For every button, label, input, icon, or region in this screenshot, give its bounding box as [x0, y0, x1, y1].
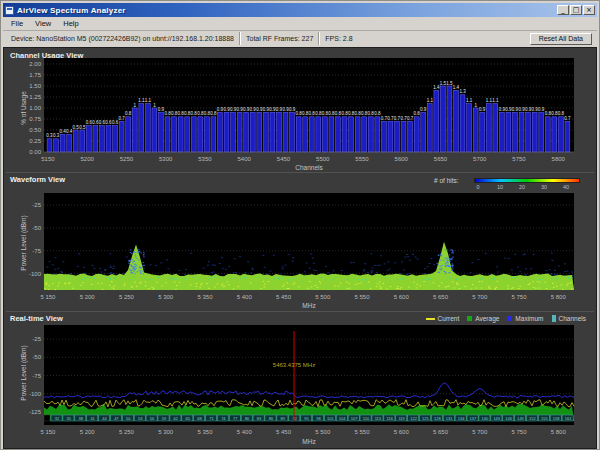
x-tick-label: 5350 [198, 156, 212, 162]
usage-bar [218, 112, 223, 152]
minimize-button[interactable]: _ [557, 5, 569, 15]
app-icon [5, 6, 14, 15]
noise-dot [70, 273, 72, 274]
menu-item-help[interactable]: Help [57, 18, 84, 29]
y-tick-label: -50 [32, 354, 41, 360]
noise-dot [101, 272, 103, 273]
peak-spray [446, 257, 448, 258]
peak-spray [440, 270, 442, 271]
usage-bar [401, 121, 406, 152]
band-speckle [423, 281, 425, 282]
noise-dot [427, 266, 429, 267]
band-sparkle [282, 278, 284, 279]
hits-tick-label: 20 [519, 184, 525, 190]
peak-spray [440, 254, 442, 255]
menu-item-view[interactable]: View [29, 18, 57, 29]
channel-number: 65 [185, 416, 190, 421]
peak-spray [438, 255, 440, 256]
band-speckle [69, 283, 71, 284]
band-speckle [537, 281, 539, 282]
band-speckle [315, 285, 317, 286]
band-speckle [57, 285, 59, 286]
noise-dot [551, 253, 553, 254]
noise-dot [292, 257, 294, 258]
title-bar[interactable]: AirView Spectrum Analyzer _ □ × [3, 3, 597, 17]
noise-dot [78, 253, 80, 254]
band-speckle [481, 281, 483, 282]
band-speckle [228, 284, 230, 285]
channel-number: 155 [541, 416, 548, 421]
menu-item-file[interactable]: File [5, 18, 29, 29]
band-speckle [111, 281, 113, 282]
band-sparkle [208, 279, 210, 280]
noise-dot [83, 267, 85, 268]
noise-dot [57, 268, 59, 269]
x-tick-label: 5 650 [433, 429, 449, 435]
channel-row-marker [44, 415, 50, 421]
band-speckle [131, 286, 133, 287]
x-tick-label: 5750 [512, 156, 526, 162]
peak-spray [452, 268, 454, 269]
band-sparkle [83, 277, 85, 278]
band-sparkle [385, 277, 387, 278]
band-sparkle [556, 278, 558, 279]
channel-number: 113 [375, 416, 382, 421]
x-tick-label: 5 650 [433, 294, 449, 300]
noise-dot [497, 272, 499, 273]
peak-spray [130, 260, 132, 261]
band-sparkle [397, 279, 399, 280]
band-speckle [320, 283, 322, 284]
band-sparkle [257, 277, 259, 278]
x-axis-label: MHz [302, 438, 315, 445]
noise-dot [379, 265, 381, 266]
band-speckle [539, 281, 541, 282]
band-speckle [298, 286, 300, 287]
noise-dot [62, 261, 64, 262]
channel-number: 62 [174, 416, 179, 421]
band-speckle [556, 286, 558, 287]
band-speckle [433, 282, 435, 283]
x-tick-label: 5 150 [40, 429, 56, 435]
channel-number: 41 [90, 416, 95, 421]
peak-spray [439, 268, 441, 269]
band-speckle [494, 288, 496, 289]
band-sparkle [511, 277, 513, 278]
noise-dot [239, 256, 241, 257]
band-sparkle [503, 277, 505, 278]
y-tick-label: -100 [29, 391, 42, 397]
noise-dot [546, 270, 548, 271]
peak-spray [451, 266, 453, 267]
noise-dot [404, 257, 406, 258]
noise-dot [49, 261, 51, 262]
noise-dot [310, 253, 312, 254]
band-speckle [268, 281, 270, 282]
usage-bar [421, 112, 426, 152]
noise-dot [554, 274, 556, 275]
usage-bar [309, 117, 314, 152]
peak-spray [132, 262, 134, 263]
maximize-button[interactable]: □ [570, 5, 582, 15]
peak-spray [132, 272, 134, 273]
x-tick-label: 5 800 [551, 294, 567, 300]
band-sparkle [543, 277, 545, 278]
realtime-chart[interactable]: -25-50-75-100-12532353841444750535659626… [6, 325, 597, 449]
band-speckle [65, 283, 67, 284]
band-sparkle [429, 279, 431, 280]
band-sparkle [129, 279, 131, 280]
channel-number: 83 [257, 416, 262, 421]
noise-dot [54, 273, 56, 274]
waveform-title: Waveform View [10, 175, 65, 184]
usage-bar [329, 117, 334, 152]
reset-all-data-button[interactable]: Reset All Data [530, 33, 592, 45]
x-tick-label: 5650 [434, 156, 448, 162]
usage-bar [244, 112, 249, 152]
band-speckle [156, 282, 158, 283]
band-speckle [165, 282, 167, 283]
channel-number: 140 [482, 416, 489, 421]
noise-dot [424, 268, 426, 269]
close-button[interactable]: × [583, 5, 595, 15]
channel-number: 53 [138, 416, 143, 421]
y-tick-label: -25 [32, 336, 41, 342]
bar-value-label: 0.4 [66, 129, 73, 134]
band-sparkle [449, 277, 451, 278]
